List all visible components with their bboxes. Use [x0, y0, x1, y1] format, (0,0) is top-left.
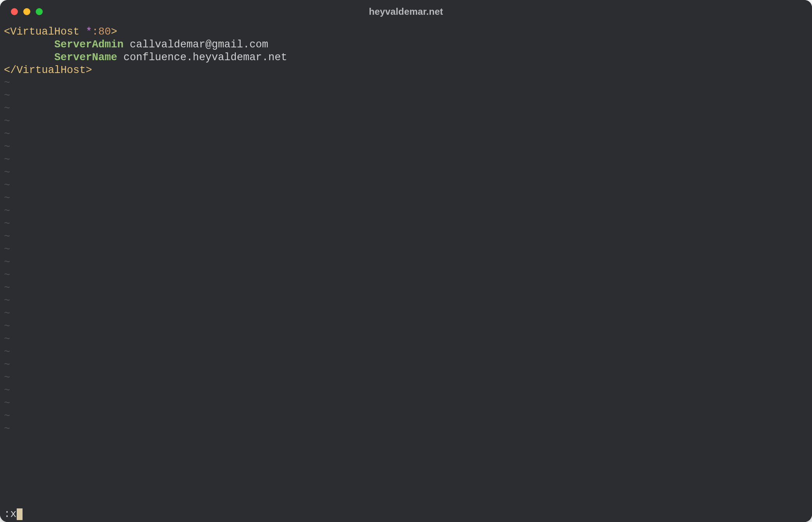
empty-line-tilde: ~ — [4, 423, 808, 436]
terminal-window: heyvaldemar.net <VirtualHost *:80> Serve… — [0, 0, 812, 522]
empty-line-tilde: ~ — [4, 410, 808, 423]
empty-line-tilde: ~ — [4, 179, 808, 192]
empty-line-tilde: ~ — [4, 167, 808, 179]
empty-line-tilde: ~ — [4, 282, 808, 295]
code-content: <VirtualHost *:80> ServerAdmin callvalde… — [4, 26, 808, 77]
empty-line-tilde: ~ — [4, 346, 808, 359]
directive-value: callvaldemar@gmail.com — [124, 39, 268, 50]
tilde-region: ~~~~~~~~~~~~~~~~~~~~~~~~~~~~ — [4, 77, 808, 436]
empty-line-tilde: ~ — [4, 231, 808, 244]
window-minimize-button[interactable] — [23, 8, 30, 15]
code-line: ServerAdmin callvaldemar@gmail.com — [4, 38, 808, 51]
empty-line-tilde: ~ — [4, 154, 808, 167]
code-line: <VirtualHost *:80> — [4, 26, 808, 38]
traffic-lights — [0, 8, 43, 15]
empty-line-tilde: ~ — [4, 205, 808, 218]
empty-line-tilde: ~ — [4, 115, 808, 128]
window-close-button[interactable] — [11, 8, 18, 15]
command-prefix: : — [4, 506, 10, 522]
vim-command-line[interactable]: :x — [0, 506, 812, 522]
empty-line-tilde: ~ — [4, 244, 808, 256]
empty-line-tilde: ~ — [4, 128, 808, 141]
cursor-icon — [17, 508, 23, 520]
empty-line-tilde: ~ — [4, 385, 808, 397]
empty-line-tilde: ~ — [4, 192, 808, 205]
editor-area[interactable]: <VirtualHost *:80> ServerAdmin callvalde… — [0, 23, 812, 506]
empty-line-tilde: ~ — [4, 397, 808, 410]
directive-value: confluence.heyvaldemar.net — [117, 52, 287, 63]
tag-open: <VirtualHost — [4, 26, 86, 38]
port-number: :80 — [92, 26, 111, 38]
empty-line-tilde: ~ — [4, 103, 808, 115]
empty-line-tilde: ~ — [4, 77, 808, 90]
empty-line-tilde: ~ — [4, 359, 808, 372]
titlebar[interactable]: heyvaldemar.net — [0, 0, 812, 23]
empty-line-tilde: ~ — [4, 295, 808, 308]
empty-line-tilde: ~ — [4, 90, 808, 103]
window-title: heyvaldemar.net — [0, 6, 812, 17]
empty-line-tilde: ~ — [4, 372, 808, 385]
directive-key: ServerName — [54, 52, 117, 63]
empty-line-tilde: ~ — [4, 269, 808, 282]
code-line: </VirtualHost> — [4, 64, 808, 77]
host-wildcard: * — [86, 26, 92, 38]
empty-line-tilde: ~ — [4, 308, 808, 320]
empty-line-tilde: ~ — [4, 320, 808, 333]
tag-close-bracket: > — [111, 26, 117, 38]
tag-close: </VirtualHost> — [4, 64, 92, 76]
code-line: ServerName confluence.heyvaldemar.net — [4, 51, 808, 64]
indent — [4, 39, 54, 50]
empty-line-tilde: ~ — [4, 141, 808, 154]
empty-line-tilde: ~ — [4, 256, 808, 269]
indent — [4, 52, 54, 63]
empty-line-tilde: ~ — [4, 333, 808, 346]
directive-key: ServerAdmin — [54, 39, 124, 50]
command-text: x — [10, 506, 16, 522]
empty-line-tilde: ~ — [4, 218, 808, 231]
window-zoom-button[interactable] — [36, 8, 43, 15]
